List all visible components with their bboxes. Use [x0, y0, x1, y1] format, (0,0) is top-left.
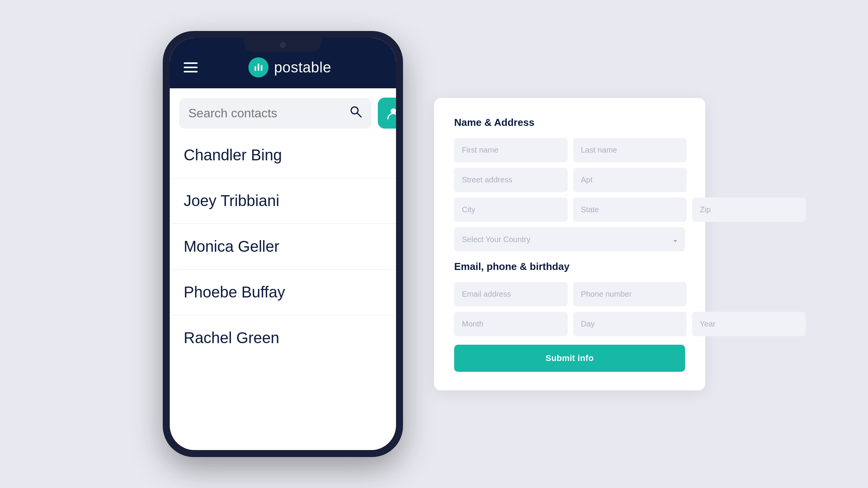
- name-address-title: Name & Address: [454, 117, 685, 129]
- last-name-field[interactable]: [573, 138, 687, 162]
- zip-field[interactable]: [692, 198, 806, 222]
- logo-icon: [248, 57, 269, 77]
- list-item[interactable]: Phoebe Buffay: [170, 270, 396, 315]
- phone-screen: postable: [170, 38, 396, 450]
- phone-camera: [280, 42, 286, 48]
- search-bar: [179, 98, 387, 129]
- phone-notch: [244, 38, 322, 52]
- phone-field[interactable]: [573, 282, 687, 306]
- birthday-row: [454, 312, 685, 336]
- country-select[interactable]: Select Your Country United States Canada…: [454, 227, 685, 251]
- month-field[interactable]: [454, 312, 568, 336]
- contact-name: Phoebe Buffay: [184, 284, 285, 301]
- phone-shell: postable: [163, 31, 403, 457]
- add-contact-button[interactable]: [378, 98, 396, 129]
- scene: postable: [0, 0, 868, 488]
- list-item[interactable]: Monica Geller: [170, 224, 396, 270]
- city-field[interactable]: [454, 198, 568, 222]
- logo-area: postable: [248, 57, 331, 77]
- search-input-wrap[interactable]: [179, 98, 372, 129]
- list-item[interactable]: Chandler Bing: [170, 132, 396, 178]
- first-name-field[interactable]: [454, 138, 568, 162]
- year-field[interactable]: [692, 312, 806, 336]
- email-field[interactable]: [454, 282, 568, 306]
- list-item[interactable]: Rachel Green: [170, 315, 396, 361]
- name-row: [454, 138, 685, 162]
- state-field[interactable]: [573, 198, 687, 222]
- street-address-field[interactable]: [454, 168, 568, 192]
- search-input[interactable]: [188, 106, 344, 120]
- hamburger-menu[interactable]: [184, 62, 198, 72]
- city-state-row: [454, 198, 685, 222]
- apt-field[interactable]: [573, 168, 687, 192]
- app-title: postable: [274, 59, 331, 76]
- email-phone-title: Email, phone & birthday: [454, 261, 685, 273]
- day-field[interactable]: [573, 312, 687, 336]
- contact-name: Chandler Bing: [184, 146, 282, 163]
- svg-rect-0: [255, 66, 256, 71]
- svg-line-4: [357, 113, 361, 117]
- form-card: Name & Address Select Your Country Unite…: [434, 98, 705, 390]
- list-item[interactable]: Joey Tribbiani: [170, 178, 396, 224]
- svg-rect-2: [261, 65, 262, 71]
- contact-name: Monica Geller: [184, 238, 279, 255]
- country-select-wrap: Select Your Country United States Canada…: [454, 227, 685, 251]
- contact-list: Chandler Bing Joey Tribbiani Monica Gell…: [170, 129, 396, 450]
- contact-name: Joey Tribbiani: [184, 192, 279, 209]
- street-row: [454, 168, 685, 192]
- search-bar-wrap: [170, 88, 396, 129]
- submit-button[interactable]: Submit info: [454, 345, 685, 372]
- svg-rect-1: [258, 64, 259, 71]
- contact-name: Rachel Green: [184, 329, 279, 346]
- email-phone-row: [454, 282, 685, 306]
- search-icon[interactable]: [349, 105, 362, 122]
